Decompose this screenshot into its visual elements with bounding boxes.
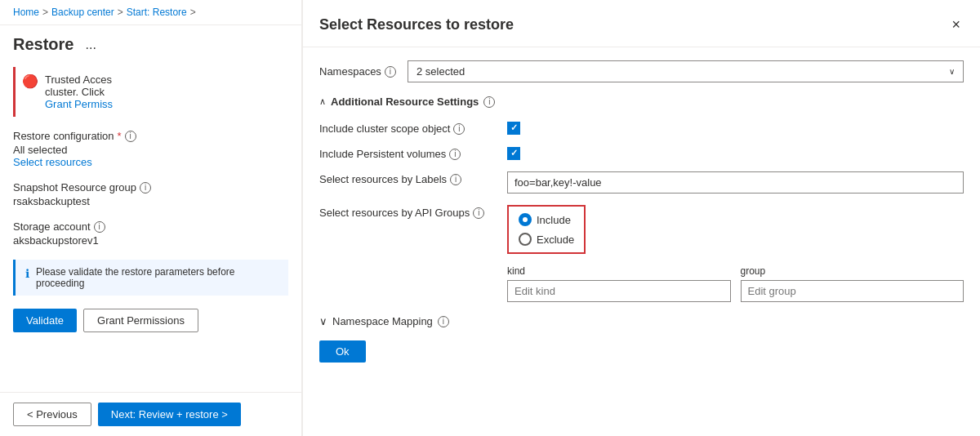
api-groups-label: Select resources by API Groups i	[319, 205, 507, 219]
namespaces-row: Namespaces i 2 selected ∨	[319, 60, 964, 82]
additional-resource-settings: ∧ Additional Resource Settings i Include…	[319, 96, 964, 302]
cluster-scope-control	[507, 121, 964, 135]
warning-icon: 🔴	[22, 73, 38, 110]
storage-account-value: aksbackupstorev1	[13, 234, 99, 247]
labels-info-icon[interactable]: i	[450, 174, 461, 185]
grant-permissions-link[interactable]: Grant Permiss	[45, 98, 113, 110]
additional-settings-header[interactable]: ∧ Additional Resource Settings i	[319, 96, 964, 108]
api-groups-control: Include Exclude	[507, 205, 964, 254]
kind-group-inputs: kind group	[507, 265, 964, 302]
exclude-radio-option[interactable]: Exclude	[519, 233, 574, 246]
cluster-scope-checkbox[interactable]	[507, 122, 520, 135]
close-button[interactable]: ×	[948, 13, 964, 37]
api-groups-radio-group: Include Exclude	[507, 205, 586, 254]
namespaces-chevron-icon: ∨	[949, 67, 955, 76]
persistent-volumes-row: Include Persistent volumes i	[319, 146, 964, 160]
snapshot-rg-row: Snapshot Resource group i rsaksbackuptes…	[13, 181, 288, 207]
grant-permissions-button[interactable]: Grant Permissions	[83, 309, 198, 332]
breadcrumb: Home > Backup center > Start: Restore >	[0, 0, 301, 25]
dialog-body[interactable]: Namespaces i 2 selected ∨ ∧ Additional R…	[303, 47, 980, 436]
api-groups-row: Select resources by API Groups i Include…	[319, 205, 964, 254]
snapshot-rg-info-icon[interactable]: i	[140, 182, 151, 194]
cluster-scope-info-icon[interactable]: i	[453, 123, 465, 135]
persistent-volumes-checkbox[interactable]	[507, 147, 520, 160]
breadcrumb-sep-1: >	[42, 7, 48, 18]
namespaces-value: 2 selected	[416, 65, 465, 78]
additional-settings-title: Additional Resource Settings	[331, 96, 479, 108]
labels-control	[507, 171, 964, 194]
form-section: Restore configuration * i All selected S…	[0, 130, 301, 247]
storage-account-label: Storage account i	[13, 220, 288, 233]
restore-config-value: All selected	[13, 144, 67, 156]
include-radio-circle	[519, 213, 532, 226]
ok-button-row: Ok	[319, 340, 964, 363]
breadcrumb-sep-2: >	[118, 7, 123, 18]
namespace-mapping-info-icon[interactable]: i	[438, 316, 449, 327]
breadcrumb-start-restore[interactable]: Start: Restore	[127, 7, 187, 18]
labels-row: Select resources by Labels i	[319, 171, 964, 194]
action-buttons: Validate Grant Permissions	[0, 309, 301, 332]
info-bar-icon: ℹ	[25, 267, 29, 280]
labels-label: Select resources by Labels i	[319, 171, 507, 185]
dialog-header: Select Resources to restore ×	[303, 0, 980, 47]
warning-content: Trusted Acces cluster. Click Grant Permi…	[45, 73, 113, 110]
restore-config-value-row: All selected Select resources	[13, 144, 288, 168]
namespace-mapping-collapse-icon: ∨	[319, 315, 327, 327]
next-button[interactable]: Next: Review + restore >	[98, 403, 241, 426]
page-title: Restore	[13, 35, 74, 54]
breadcrumb-sep-3: >	[190, 7, 196, 18]
more-options-button[interactable]: ...	[80, 36, 100, 54]
cluster-scope-row: Include cluster scope object i	[319, 121, 964, 135]
namespaces-label: Namespaces i	[319, 65, 401, 78]
page-title-row: Restore ...	[0, 25, 301, 67]
group-input[interactable]	[741, 280, 964, 302]
restore-config-info-icon[interactable]: i	[125, 131, 136, 142]
kind-col: kind	[507, 265, 731, 302]
previous-button[interactable]: < Previous	[13, 403, 91, 426]
exclude-radio-label: Exclude	[537, 234, 574, 246]
kind-label: kind	[507, 265, 731, 277]
cluster-scope-label: Include cluster scope object i	[319, 121, 507, 135]
exclude-radio-circle	[519, 233, 532, 246]
dialog-panel: Select Resources to restore × Namespaces…	[302, 0, 980, 436]
kind-input[interactable]	[507, 280, 731, 302]
persistent-volumes-control	[507, 146, 964, 160]
api-groups-info-icon[interactable]: i	[473, 207, 484, 219]
snapshot-rg-value: rsaksbackuptest	[13, 195, 90, 207]
kind-group-row: kind group	[319, 265, 964, 302]
namespace-mapping-title: Namespace Mapping	[332, 315, 433, 327]
snapshot-rg-label: Snapshot Resource group i	[13, 181, 288, 194]
bottom-nav: < Previous Next: Review + restore >	[0, 392, 301, 436]
group-label: group	[741, 265, 964, 277]
dialog-title: Select Resources to restore	[319, 16, 514, 33]
labels-input[interactable]	[507, 171, 964, 194]
namespace-mapping-section: ∨ Namespace Mapping i	[319, 315, 964, 327]
ok-button[interactable]: Ok	[319, 340, 366, 363]
select-resources-link[interactable]: Select resources	[13, 156, 92, 168]
namespace-mapping-header[interactable]: ∨ Namespace Mapping i	[319, 315, 964, 327]
breadcrumb-backup-center[interactable]: Backup center	[51, 7, 114, 18]
persistent-volumes-label: Include Persistent volumes i	[319, 146, 507, 160]
warning-text-2: cluster. Click	[45, 86, 105, 98]
restore-config-label: Restore configuration * i	[13, 130, 288, 142]
additional-settings-info-icon[interactable]: i	[483, 96, 495, 108]
storage-account-row: Storage account i aksbackupstorev1	[13, 220, 288, 247]
group-col: group	[741, 265, 964, 302]
persistent-volumes-info-icon[interactable]: i	[449, 149, 461, 160]
left-panel: Home > Backup center > Start: Restore > …	[0, 0, 302, 436]
required-marker: *	[118, 130, 122, 142]
validate-button[interactable]: Validate	[13, 309, 77, 332]
collapse-icon: ∧	[319, 96, 326, 107]
info-bar: ℹ Please validate the restore parameters…	[13, 260, 288, 296]
include-radio-option[interactable]: Include	[519, 213, 574, 226]
storage-account-info-icon[interactable]: i	[94, 221, 105, 233]
info-bar-text: Please validate the restore parameters b…	[36, 266, 278, 289]
warning-box: 🔴 Trusted Acces cluster. Click Grant Per…	[13, 67, 288, 117]
breadcrumb-home[interactable]: Home	[13, 7, 39, 18]
include-radio-label: Include	[537, 214, 571, 226]
main-container: Home > Backup center > Start: Restore > …	[0, 0, 980, 436]
namespaces-info-icon[interactable]: i	[385, 66, 396, 78]
restore-config-row: Restore configuration * i All selected S…	[13, 130, 288, 168]
warning-text-1: Trusted Acces	[45, 73, 112, 86]
namespaces-dropdown[interactable]: 2 selected ∨	[408, 60, 964, 82]
